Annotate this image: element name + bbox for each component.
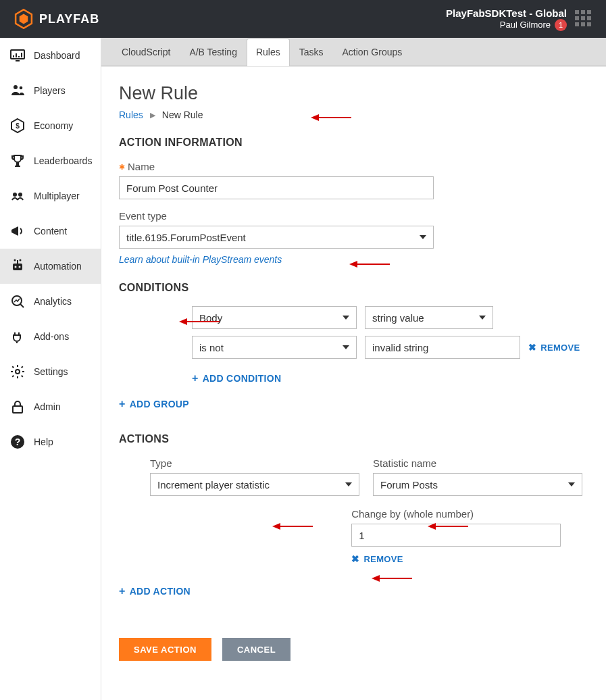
svg-text:?: ?: [15, 436, 21, 447]
statistic-name-label: Statistic name: [373, 457, 582, 469]
svg-line-20: [20, 304, 24, 307]
sidebar-nav: Dashboard Players $ Economy Leaderboards…: [0, 38, 101, 700]
playstream-help-link[interactable]: Learn about built-in PlayStream events: [119, 254, 282, 265]
sidebar-item-automation[interactable]: Automation: [0, 249, 101, 284]
notification-badge[interactable]: 1: [555, 19, 567, 31]
annotation-arrow: [372, 573, 412, 584]
svg-point-14: [15, 266, 17, 268]
app-switcher-icon[interactable]: [575, 10, 592, 28]
sidebar-item-leaderboards[interactable]: Leaderboards: [0, 143, 101, 178]
user-name[interactable]: Paul Gilmore: [500, 20, 551, 30]
brand-text: PLAYFAB: [39, 12, 99, 26]
condition-operator-select[interactable]: is not: [192, 336, 357, 359]
close-icon: ✖: [528, 342, 536, 353]
change-by-input[interactable]: [351, 524, 561, 547]
annotation-arrow: [349, 259, 390, 270]
condition-value-input[interactable]: [365, 336, 520, 359]
svg-point-21: [16, 370, 20, 374]
breadcrumb-root[interactable]: Rules: [119, 109, 143, 120]
tab-rules[interactable]: Rules: [247, 39, 290, 66]
plus-icon: +: [119, 585, 126, 597]
trophy-icon: [9, 153, 26, 169]
sidebar-item-label: Admin: [34, 401, 61, 412]
sidebar-item-label: Settings: [34, 366, 68, 377]
svg-marker-28: [349, 261, 357, 268]
sidebar-item-addons[interactable]: Add-ons: [0, 319, 101, 354]
sidebar-item-label: Multiplayer: [34, 191, 80, 201]
sidebar-item-content[interactable]: Content: [0, 214, 101, 249]
sidebar-item-label: Players: [34, 85, 66, 96]
svg-point-7: [20, 86, 23, 90]
svg-rect-1: [13, 55, 14, 57]
event-type-select[interactable]: title.6195.ForumPostEvent: [119, 226, 434, 249]
sidebar-item-analytics[interactable]: Analytics: [0, 284, 101, 319]
action-type-label: Type: [150, 457, 359, 469]
sidebar-item-economy[interactable]: $ Economy: [0, 108, 101, 143]
change-by-label: Change by (whole number): [351, 508, 588, 520]
tab-actiongroups[interactable]: Action Groups: [333, 39, 412, 66]
svg-point-6: [14, 85, 18, 89]
remove-condition-button[interactable]: ✖ REMOVE: [528, 342, 580, 353]
svg-marker-36: [372, 575, 380, 582]
sidebar-item-label: Help: [34, 436, 53, 447]
workspace-title[interactable]: PlayFabSDKTest - Global: [446, 7, 567, 19]
plus-icon: +: [192, 372, 199, 384]
header-right: PlayFabSDKTest - Global Paul Gilmore 1: [446, 7, 592, 31]
plug-icon: [9, 328, 26, 345]
add-action-button[interactable]: + ADD ACTION: [119, 585, 191, 597]
name-label: Name: [119, 161, 588, 172]
condition-type-select[interactable]: string value: [365, 306, 493, 329]
condition-field-select[interactable]: Body: [192, 306, 357, 329]
sidebar-item-help[interactable]: ? Help: [0, 424, 101, 459]
svg-point-15: [19, 266, 21, 268]
cancel-button[interactable]: CANCEL: [222, 638, 291, 661]
svg-point-17: [14, 259, 16, 261]
name-input[interactable]: [119, 176, 434, 199]
tab-cloudscript[interactable]: CloudScript: [112, 39, 180, 66]
help-icon: ?: [9, 434, 26, 450]
economy-icon: $: [9, 118, 26, 134]
svg-rect-10: [15, 166, 20, 167]
svg-rect-13: [13, 264, 22, 270]
svg-rect-2: [16, 53, 17, 57]
playfab-logo-icon: [14, 9, 34, 29]
add-group-button[interactable]: + ADD GROUP: [119, 398, 189, 410]
page-title: New Rule: [119, 83, 588, 104]
sidebar-item-label: Economy: [34, 120, 73, 131]
tab-abtesting[interactable]: A/B Testing: [180, 39, 247, 66]
plus-icon: +: [119, 398, 126, 410]
action-type-select[interactable]: Increment player statistic: [150, 473, 359, 496]
multiplayer-icon: [9, 188, 26, 204]
gear-icon: [9, 364, 26, 380]
svg-rect-5: [16, 60, 20, 61]
sidebar-item-multiplayer[interactable]: Multiplayer: [0, 178, 101, 214]
svg-rect-22: [13, 406, 22, 413]
sidebar-item-label: Analytics: [34, 296, 72, 307]
robot-icon: [9, 258, 26, 274]
section-actions-heading: ACTIONS: [119, 433, 588, 445]
sidebar-item-admin[interactable]: Admin: [0, 389, 101, 424]
breadcrumb: Rules ▶ New Rule: [119, 109, 588, 120]
svg-rect-9: [16, 162, 19, 166]
add-condition-button[interactable]: + ADD CONDITION: [192, 372, 281, 384]
sidebar-item-label: Content: [34, 226, 67, 236]
chevron-right-icon: ▶: [150, 111, 155, 120]
megaphone-icon: [9, 223, 26, 239]
page-content: New Rule Rules ▶ New Rule ACTION INFORMA…: [101, 66, 606, 700]
brand-logo[interactable]: PLAYFAB: [14, 9, 99, 29]
sidebar-item-players[interactable]: Players: [0, 73, 101, 108]
tab-tasks[interactable]: Tasks: [290, 39, 333, 66]
sidebar-item-label: Automation: [34, 261, 82, 272]
tabs-bar: CloudScript A/B Testing Rules Tasks Acti…: [101, 38, 606, 66]
event-type-label: Event type: [119, 210, 588, 222]
statistic-name-select[interactable]: Forum Posts: [373, 473, 582, 496]
top-header: PLAYFAB PlayFabSDKTest - Global Paul Gil…: [0, 0, 606, 38]
sidebar-item-dashboard[interactable]: Dashboard: [0, 38, 101, 73]
save-action-button[interactable]: SAVE ACTION: [119, 638, 211, 661]
sidebar-item-settings[interactable]: Settings: [0, 354, 101, 389]
sidebar-item-label: Add-ons: [34, 331, 69, 342]
svg-text:$: $: [16, 122, 20, 130]
remove-action-button[interactable]: ✖ REMOVE: [351, 553, 403, 564]
svg-rect-4: [21, 53, 22, 57]
close-icon: ✖: [351, 553, 359, 564]
